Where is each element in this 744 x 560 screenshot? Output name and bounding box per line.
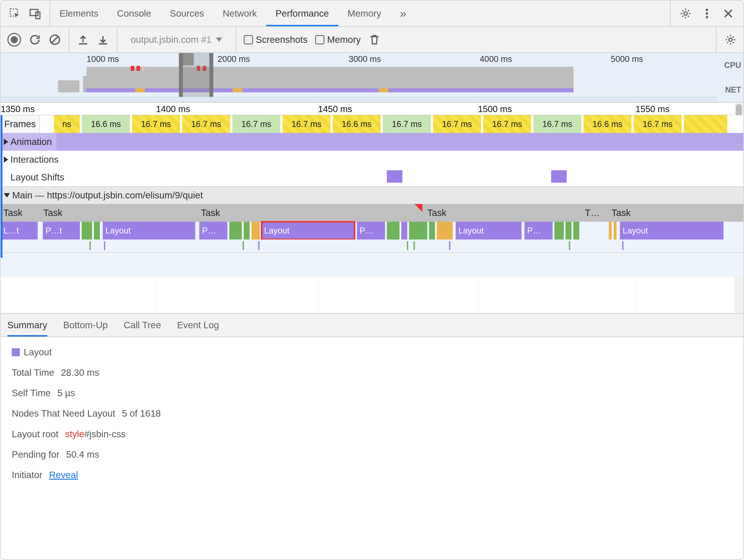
frame-segment[interactable]: 16.7 ms [483, 115, 532, 133]
overview-tick: 3000 ms [349, 54, 381, 64]
details-tab-summary[interactable]: Summary [7, 314, 47, 336]
task-block[interactable]: Task [198, 204, 422, 222]
layout-shift-block[interactable] [387, 170, 402, 183]
flame-row-1[interactable]: L…t P…t Layout P… Layout P… Layout P… La… [1, 222, 743, 239]
task-block[interactable]: Task [1, 204, 38, 222]
flame-block[interactable] [82, 222, 93, 239]
viewport-handle-right[interactable] [209, 53, 213, 102]
frames-track-label: Frames [1, 115, 40, 133]
details-tab-call-tree[interactable]: Call Tree [124, 314, 161, 336]
tab-elements[interactable]: Elements [50, 1, 108, 26]
flame-block[interactable]: P… [524, 222, 553, 239]
tab-memory[interactable]: Memory [338, 1, 390, 26]
flame-block[interactable] [401, 222, 408, 239]
frame-segment[interactable]: ns [54, 115, 81, 133]
summary-key: Pending for [12, 449, 60, 460]
flame-chart[interactable]: 1350 ms1400 ms1450 ms1500 ms1550 ms Fram… [1, 103, 743, 313]
flame-block-selected[interactable]: Layout [261, 222, 355, 239]
flame-block[interactable]: L…t [1, 222, 38, 239]
flame-block[interactable] [229, 222, 243, 239]
detail-tick: 1550 ms [635, 104, 669, 114]
frame-segment[interactable]: 16.7 ms [533, 115, 582, 133]
flame-block[interactable] [437, 222, 453, 239]
layout-shift-block[interactable] [551, 170, 567, 183]
frame-segment[interactable] [684, 115, 728, 133]
upload-icon[interactable] [77, 34, 89, 46]
frame-segment[interactable]: 16.7 ms [634, 115, 682, 133]
flame-block[interactable] [573, 222, 580, 239]
flame-block[interactable] [554, 222, 564, 239]
flame-block[interactable]: Layout [456, 222, 522, 239]
summary-key: Initiator [12, 470, 42, 480]
main-thread-header[interactable]: Main — https://output.jsbin.com/elisum/9… [1, 186, 743, 204]
record-button[interactable] [7, 33, 21, 47]
layout-shifts-track[interactable]: Layout Shifts [1, 169, 743, 186]
flame-block[interactable] [429, 222, 436, 239]
flame-block[interactable]: Layout [103, 222, 196, 239]
frame-segment[interactable]: 16.7 ms [383, 115, 432, 133]
frame-segment[interactable]: 16.6 ms [584, 115, 632, 133]
tab-performance[interactable]: Performance [266, 1, 338, 26]
flame-block[interactable] [94, 222, 101, 239]
interactions-track[interactable]: Interactions [1, 151, 743, 169]
memory-checkbox[interactable]: Memory [315, 34, 361, 45]
separator [235, 27, 236, 52]
flame-block[interactable]: P… [199, 222, 228, 239]
frame-segment[interactable]: 16.6 ms [333, 115, 381, 133]
reload-icon[interactable] [29, 34, 41, 46]
flame-block[interactable]: P…t [43, 222, 81, 239]
flame-block[interactable] [409, 222, 428, 239]
tab-console[interactable]: Console [108, 1, 160, 26]
clear-icon[interactable] [49, 34, 61, 46]
tab-sources[interactable]: Sources [160, 1, 213, 26]
task-block[interactable]: Task [424, 204, 580, 222]
close-icon[interactable] [722, 7, 735, 20]
flame-block[interactable] [609, 222, 612, 239]
trash-icon[interactable] [368, 34, 381, 46]
overview-timeline[interactable]: 1000 ms2000 ms3000 ms4000 ms5000 ms CPU … [1, 53, 743, 103]
frame-segment[interactable]: 16.7 ms [232, 115, 281, 133]
frame-segment[interactable]: 16.6 ms [82, 115, 131, 133]
gear-icon[interactable] [679, 7, 692, 20]
summary-value[interactable]: style#jsbin-css [65, 428, 126, 440]
inspect-element-icon[interactable] [9, 7, 21, 20]
device-toolbar-icon[interactable] [29, 7, 41, 20]
screenshots-checkbox[interactable]: Screenshots [244, 34, 307, 45]
flame-block[interactable]: P… [357, 222, 386, 239]
frame-segment[interactable]: 16.7 ms [132, 115, 181, 133]
details-tab-bottom-up[interactable]: Bottom-Up [63, 314, 108, 336]
download-icon[interactable] [97, 34, 109, 46]
track-label: Main [12, 190, 32, 201]
tab-network[interactable]: Network [213, 1, 266, 26]
task-block[interactable]: Task [609, 204, 724, 222]
track-label: Layout Shifts [10, 172, 64, 183]
details-tab-event-log[interactable]: Event Log [177, 314, 219, 336]
kebab-menu-icon[interactable] [701, 7, 713, 20]
tasks-row[interactable]: Task Task Task Task T… Task [1, 204, 743, 222]
viewport-handle-left[interactable] [179, 53, 183, 102]
frame-segment[interactable]: 16.7 ms [283, 115, 331, 133]
animation-track[interactable]: Animation [1, 133, 743, 151]
reveal-link[interactable]: Reveal [49, 470, 78, 480]
expand-icon[interactable] [4, 156, 8, 163]
flame-block[interactable]: Layout [620, 222, 724, 239]
frame-segment[interactable]: 16.7 ms [433, 115, 482, 133]
summary-header: Layout [12, 347, 732, 358]
flame-block[interactable] [244, 222, 250, 239]
flame-block[interactable] [387, 222, 400, 239]
overview-labels: CPU NET [717, 53, 741, 102]
flame-block[interactable] [565, 222, 572, 239]
separator [69, 27, 69, 52]
frames-track[interactable]: Frames ns16.6 ms16.7 ms16.7 ms16.7 ms16.… [1, 115, 743, 133]
svg-point-6 [706, 16, 708, 18]
expand-icon[interactable] [4, 139, 8, 145]
collapse-icon[interactable] [4, 193, 10, 197]
frame-segment[interactable]: 16.7 ms [182, 115, 231, 133]
more-tabs-button[interactable]: » [390, 1, 415, 26]
flame-block[interactable] [614, 222, 617, 239]
task-block[interactable]: T… [582, 204, 607, 222]
target-select[interactable]: output.jsbin.com #1 [125, 34, 228, 45]
task-block[interactable]: Task [41, 204, 196, 222]
flame-block[interactable] [252, 222, 260, 239]
gear-icon[interactable] [724, 34, 737, 46]
